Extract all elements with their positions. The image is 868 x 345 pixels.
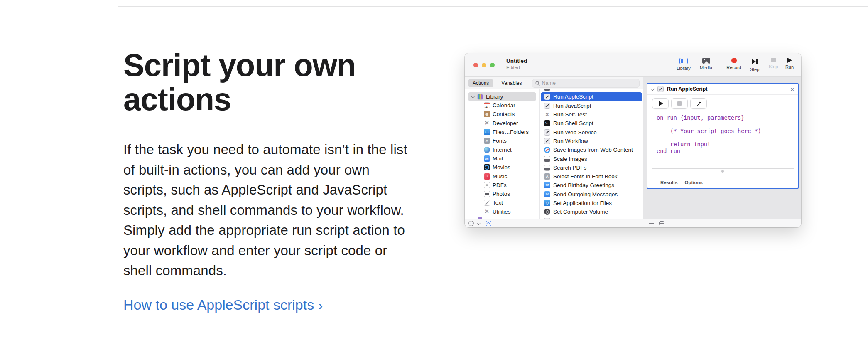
- music-icon: [484, 173, 490, 180]
- toolbar-button-media[interactable]: Media: [694, 58, 718, 70]
- action-item-select-fonts-in-font-book[interactable]: Select Fonts in Font Book: [541, 172, 642, 181]
- body-paragraph: If the task you need to automate isn’t i…: [123, 140, 413, 281]
- sidebar-item-calendar[interactable]: Calendar: [465, 101, 539, 110]
- toolbar-button-library[interactable]: Library: [672, 58, 695, 71]
- text-icon: [484, 200, 490, 206]
- action-item-search-pdfs[interactable]: Search PDFs: [541, 163, 642, 172]
- collapse-chevron-icon[interactable]: [651, 86, 655, 91]
- hammer-icon: [696, 101, 702, 107]
- run-applescript-action-panel: Run AppleScript × on run {input, paramet…: [647, 83, 799, 189]
- sidebar-item-text[interactable]: Text: [465, 198, 539, 207]
- movies-icon: [484, 164, 490, 170]
- action-item-run-self-test[interactable]: Run Self-Test: [541, 110, 642, 119]
- photos-icon: [484, 191, 490, 197]
- code-line: return input: [657, 141, 794, 148]
- toolbar-button-record[interactable]: Record: [722, 58, 745, 70]
- sidebar-item-internet[interactable]: Internet: [465, 145, 539, 154]
- toolbar-button-run[interactable]: Run: [778, 58, 801, 69]
- media-icon: [702, 58, 710, 64]
- sidebar-list: Calendar Contacts Developer Files…Folder…: [465, 101, 539, 216]
- code-line: [657, 134, 794, 141]
- results-tab[interactable]: Results: [660, 180, 678, 185]
- internet-icon: [484, 147, 490, 153]
- sidebar-item-fonts[interactable]: Fonts: [465, 136, 539, 145]
- action-item-send-birthday-greetings[interactable]: Send Birthday Greetings: [541, 181, 642, 190]
- code-area: on run {input, parameters} (* Your scrip…: [657, 114, 794, 154]
- actions-list-inner: Run AppleScript Run JavaScript Run Self-…: [540, 89, 643, 219]
- workflow-canvas: Run AppleScript × on run {input, paramet…: [643, 77, 801, 219]
- action-item-scale-images[interactable]: Scale Images: [541, 154, 642, 163]
- developer-icon: [484, 120, 490, 126]
- chevron-down-icon[interactable]: [471, 94, 475, 98]
- script-icon: [544, 94, 550, 100]
- action-item-run-applescript[interactable]: Run AppleScript: [541, 92, 642, 101]
- play-icon: [659, 101, 663, 106]
- compile-script-button[interactable]: [690, 98, 707, 109]
- sidebar-item-library[interactable]: Library: [468, 92, 536, 101]
- action-title: Run AppleScript: [667, 86, 707, 92]
- step-icon: [752, 58, 758, 65]
- more-actions-icon[interactable]: [468, 221, 474, 226]
- list-view-icon[interactable]: [649, 222, 654, 222]
- applescript-icon: [657, 86, 664, 92]
- script-icon: [544, 138, 550, 144]
- chevron-right-icon: ›: [318, 298, 323, 312]
- action-item-send-outgoing-messages[interactable]: Send Outgoing Messages: [541, 190, 642, 199]
- sidebar-item-music[interactable]: Music: [465, 172, 539, 180]
- safari-icon: [544, 147, 550, 153]
- image-icon: [544, 165, 550, 171]
- calendar-icon: [484, 102, 490, 108]
- sidebar-item-movies[interactable]: Movies: [465, 163, 539, 172]
- rows-view-icon[interactable]: [659, 221, 664, 225]
- library-subtoolbar: Actions Variables Name: [465, 77, 643, 89]
- sidebar-item-photos[interactable]: Photos: [465, 190, 539, 198]
- tab-actions[interactable]: Actions: [468, 79, 493, 87]
- tab-variables[interactable]: Variables: [497, 79, 526, 87]
- close-icon[interactable]: ×: [790, 86, 794, 92]
- action-panel-header: Run AppleScript ×: [647, 84, 798, 95]
- sidebar-item-mail[interactable]: Mail: [465, 154, 539, 163]
- actions-list: Run AppleScript Run JavaScript Run Self-…: [540, 89, 643, 219]
- window-titlebar: Untitled Edited Library Media Record Ste…: [465, 53, 801, 77]
- sidebar-item-contacts[interactable]: Contacts: [465, 110, 539, 118]
- action-item-save-images-from-web-content[interactable]: Save Images from Web Content: [541, 145, 642, 154]
- stop-script-button[interactable]: [671, 98, 688, 109]
- run-icon: [787, 58, 792, 63]
- filesfolders-icon: [484, 129, 490, 135]
- automator-window: Untitled Edited Library Media Record Ste…: [465, 53, 801, 227]
- utilities-icon: [484, 209, 490, 215]
- image-icon: [544, 156, 550, 162]
- contacts-icon: [484, 111, 490, 117]
- options-tab[interactable]: Options: [685, 180, 703, 185]
- sidebar-item-pdfs[interactable]: PDFs: [465, 181, 539, 190]
- action-item-run-workflow[interactable]: Run Workflow: [541, 137, 642, 145]
- media-browser-icon[interactable]: [486, 221, 491, 226]
- resize-handle[interactable]: [721, 170, 724, 172]
- action-item-set-application-for-files[interactable]: Set Application for Files: [541, 199, 642, 207]
- window-toolbar: Library Media Record Step Stop Run: [465, 53, 801, 77]
- mail-icon: [544, 182, 550, 188]
- terminal-icon: [544, 120, 550, 126]
- run-script-button[interactable]: [652, 98, 669, 109]
- code-editor[interactable]: on run {input, parameters} (* Your scrip…: [652, 111, 794, 169]
- bottom-bar-view-toggles: [649, 221, 664, 225]
- link-label: How to use AppleScript scripts: [123, 297, 314, 313]
- action-item-run-web-service[interactable]: Run Web Service: [541, 128, 642, 136]
- action-item-set-computer-volume[interactable]: Set Computer Volume: [541, 207, 642, 216]
- chevron-down-icon[interactable]: [477, 221, 481, 224]
- sidebar-item-utilities[interactable]: Utilities: [465, 207, 539, 216]
- xtools-icon: [544, 111, 550, 118]
- mail-icon: [544, 191, 550, 197]
- sidebar-icon: [679, 58, 688, 64]
- search-input[interactable]: Name: [532, 79, 640, 88]
- action-item-run-javascript[interactable]: Run JavaScript: [541, 101, 642, 110]
- sidebar-item-files-folders[interactable]: Files…Folders: [465, 128, 539, 136]
- action-item-run-shell-script[interactable]: Run Shell Script: [541, 119, 642, 128]
- sidebar-item-developer[interactable]: Developer: [465, 119, 539, 128]
- copy-column: Script your own actions If the task you …: [123, 0, 439, 345]
- pdfs-icon: [484, 182, 490, 188]
- code-line: on run {input, parameters}: [657, 114, 794, 121]
- applescript-help-link[interactable]: How to use AppleScript scripts ›: [123, 297, 323, 313]
- record-icon: [731, 58, 737, 63]
- stop-icon: [677, 101, 682, 106]
